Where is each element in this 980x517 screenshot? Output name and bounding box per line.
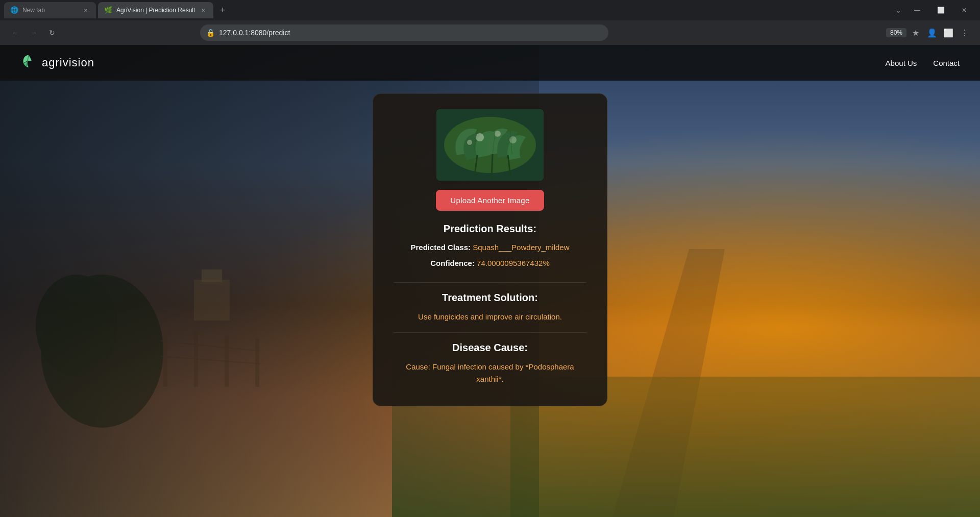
- nav-links: About Us Contact: [886, 59, 960, 67]
- confidence-label: Confidence:: [430, 259, 477, 267]
- treatment-text: Use fungicides and improve air circulati…: [418, 311, 562, 323]
- disease-title: Disease Cause:: [452, 342, 528, 354]
- svg-point-15: [495, 131, 501, 137]
- disease-cause-text: Cause: Fungal infection caused by *Podos…: [394, 361, 586, 385]
- new-tab-button[interactable]: +: [215, 3, 230, 17]
- svg-line-7: [161, 356, 260, 364]
- about-us-link[interactable]: About Us: [886, 59, 917, 67]
- refresh-button[interactable]: ↻: [45, 26, 59, 40]
- minimize-button[interactable]: —: [905, 0, 929, 20]
- tab-title-new: New tab: [22, 7, 78, 14]
- plant-image-container: [436, 109, 544, 181]
- bookmark-icon[interactable]: ★: [909, 26, 923, 40]
- security-icon: 🔒: [206, 29, 215, 37]
- plant-image-svg: [436, 109, 544, 181]
- tab-agrivision[interactable]: 🌿 AgriVision | Prediction Result ✕: [98, 2, 213, 18]
- more-options-icon[interactable]: ⋮: [958, 26, 972, 40]
- toolbar-right: 80% ★ 👤 ⬜ ⋮: [886, 26, 972, 40]
- confidence-row: Confidence: 74.0000095367432%: [430, 258, 549, 269]
- divider-2: [394, 332, 586, 333]
- confidence-value: 74.0000095367432%: [477, 259, 550, 267]
- address-bar[interactable]: 🔒 127.0.0.1:8080/predict: [200, 24, 608, 41]
- tab-favicon-new: 🌐: [10, 6, 18, 14]
- tab-title-agrivision: AgriVision | Prediction Result: [116, 7, 195, 14]
- extensions-icon[interactable]: ⬜: [941, 26, 955, 40]
- svg-point-14: [476, 133, 484, 141]
- svg-line-6: [161, 341, 260, 351]
- tab-overflow-button[interactable]: ⌄: [891, 3, 905, 17]
- forward-button[interactable]: →: [27, 26, 41, 40]
- contact-link[interactable]: Contact: [933, 59, 960, 67]
- tab-close-agrivision[interactable]: ✕: [199, 6, 207, 14]
- page-content: agrivision About Us Contact: [0, 45, 980, 517]
- tab-close-new[interactable]: ✕: [82, 6, 90, 14]
- zoom-badge: 80%: [886, 28, 906, 37]
- svg-rect-5: [255, 338, 259, 387]
- app-header: agrivision About Us Contact: [0, 45, 980, 81]
- tab-new-tab[interactable]: 🌐 New tab ✕: [4, 2, 96, 18]
- back-button[interactable]: ←: [8, 26, 22, 40]
- profile-icon[interactable]: 👤: [925, 26, 939, 40]
- svg-point-1: [36, 275, 117, 377]
- address-bar-row: ← → ↻ 🔒 127.0.0.1:8080/predict 80% ★ 👤 ⬜…: [0, 20, 980, 45]
- divider-1: [394, 282, 586, 283]
- treatment-title: Treatment Solution:: [442, 292, 538, 304]
- predicted-class-value: Squash___Powdery_mildew: [473, 243, 569, 252]
- tab-bar-right: ⌄ — ⬜ ✕: [891, 0, 976, 20]
- logo-text: agrivision: [42, 56, 94, 69]
- svg-line-19: [492, 154, 493, 178]
- address-text: 127.0.0.1:8080/predict: [219, 29, 602, 37]
- predicted-class-row: Predicted Class: Squash___Powdery_mildew: [411, 242, 570, 254]
- tab-bar: 🌐 New tab ✕ 🌿 AgriVision | Prediction Re…: [0, 0, 980, 20]
- svg-point-16: [509, 136, 517, 143]
- logo-leaf-icon: [20, 53, 37, 73]
- tab-favicon-agrivision: 🌿: [104, 6, 112, 14]
- predicted-class-label: Predicted Class:: [411, 243, 473, 252]
- result-card: Upload Another Image Prediction Results:…: [373, 93, 607, 406]
- svg-point-17: [467, 140, 472, 145]
- browser-chrome: 🌐 New tab ✕ 🌿 AgriVision | Prediction Re…: [0, 0, 980, 45]
- logo-container: agrivision: [20, 53, 94, 73]
- upload-button[interactable]: Upload Another Image: [436, 190, 544, 211]
- svg-rect-10: [202, 269, 222, 282]
- svg-rect-9: [194, 280, 230, 321]
- maximize-button[interactable]: ⬜: [929, 0, 952, 20]
- window-close-button[interactable]: ✕: [952, 0, 976, 20]
- prediction-results-title: Prediction Results:: [444, 223, 536, 235]
